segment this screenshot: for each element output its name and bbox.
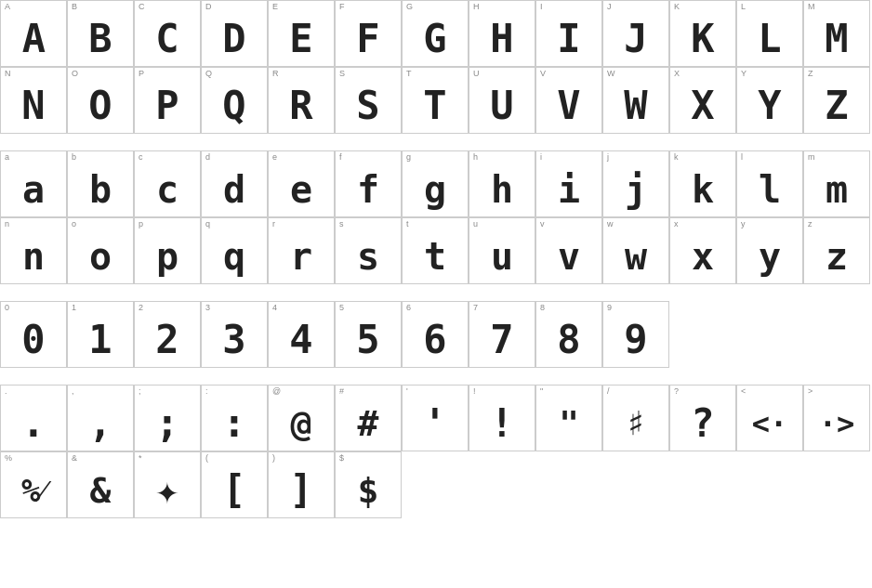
cell-o: oo bbox=[67, 217, 134, 284]
cell-K: KK bbox=[669, 0, 736, 67]
cell-J: JJ bbox=[602, 0, 669, 67]
cell-t: tt bbox=[402, 217, 469, 284]
cell-colon: :: bbox=[201, 385, 268, 451]
uppercase-section: AΑ BΒ CC DD EE FF GG HH II JJ KK LL MM N… bbox=[0, 0, 872, 134]
cell-quote: "" bbox=[535, 385, 602, 451]
cell-hash: ## bbox=[335, 385, 402, 451]
gap-1 bbox=[0, 134, 872, 150]
cell-C: CC bbox=[134, 0, 201, 67]
numbers-section: 00 11 22 33 44 55 66 77 88 99 bbox=[0, 301, 872, 368]
cell-z: zz bbox=[803, 217, 870, 284]
font-preview: AΑ BΒ CC DD EE FF GG HH II JJ KK LL MM N… bbox=[0, 0, 872, 518]
cell-8: 88 bbox=[535, 301, 602, 368]
cell-D: DD bbox=[201, 0, 268, 67]
cell-R: RR bbox=[268, 67, 335, 134]
cell-i: ii bbox=[535, 150, 602, 217]
cell-c: cc bbox=[134, 150, 201, 217]
cell-y: yy bbox=[736, 217, 803, 284]
cell-x: xx bbox=[669, 217, 736, 284]
cell-p: pp bbox=[134, 217, 201, 284]
uppercase-row-2: NN OO PP QQ RR SS TT UU VV WW XX YY ZZ bbox=[0, 67, 872, 134]
cell-P: PP bbox=[134, 67, 201, 134]
cell-L: LL bbox=[736, 0, 803, 67]
cell-u: uu bbox=[469, 217, 535, 284]
cell-ampersand: && bbox=[67, 451, 134, 518]
cell-Q: QQ bbox=[201, 67, 268, 134]
cell-e: ee bbox=[268, 150, 335, 217]
cell-O: OO bbox=[67, 67, 134, 134]
cell-r: rr bbox=[268, 217, 335, 284]
cell-percent: %%⁄ bbox=[0, 451, 67, 518]
cell-I: II bbox=[535, 0, 602, 67]
cell-T: TT bbox=[402, 67, 469, 134]
cell-d: dd bbox=[201, 150, 268, 217]
cell-6: 66 bbox=[402, 301, 469, 368]
punct-row-1: .. ,, ;; :: @@ ## '' !! "" /♯ ?? <<· >·> bbox=[0, 385, 872, 451]
cell-V: VV bbox=[535, 67, 602, 134]
cell-asterisk: *✦ bbox=[134, 451, 201, 518]
punct-row-2: %%⁄ && *✦ ([ )] $$ bbox=[0, 451, 872, 518]
numbers-row-1: 00 11 22 33 44 55 66 77 88 99 bbox=[0, 301, 872, 368]
cell-3: 33 bbox=[201, 301, 268, 368]
cell-4: 44 bbox=[268, 301, 335, 368]
lowercase-row-2: nn oo pp qq rr ss tt uu vv ww xx yy zz bbox=[0, 217, 872, 284]
cell-period: .. bbox=[0, 385, 67, 451]
cell-f: ff bbox=[335, 150, 402, 217]
cell-0: 00 bbox=[0, 301, 67, 368]
cell-l: ll bbox=[736, 150, 803, 217]
cell-open-paren: ([ bbox=[201, 451, 268, 518]
cell-gt: >·> bbox=[803, 385, 870, 451]
lowercase-row-1: aa bb cc dd ee ff gg hh ii jj kk ll mm bbox=[0, 150, 872, 217]
cell-A: AΑ bbox=[0, 0, 67, 67]
cell-comma: ,, bbox=[67, 385, 134, 451]
cell-1: 11 bbox=[67, 301, 134, 368]
cell-M: MM bbox=[803, 0, 870, 67]
cell-2: 22 bbox=[134, 301, 201, 368]
cell-m: mm bbox=[803, 150, 870, 217]
cell-G: GG bbox=[402, 0, 469, 67]
cell-Y: YY bbox=[736, 67, 803, 134]
cell-close-paren: )] bbox=[268, 451, 335, 518]
cell-U: UU bbox=[469, 67, 535, 134]
cell-h: hh bbox=[469, 150, 535, 217]
cell-question: ?? bbox=[669, 385, 736, 451]
cell-lt: <<· bbox=[736, 385, 803, 451]
cell-5: 55 bbox=[335, 301, 402, 368]
punctuation-section: .. ,, ;; :: @@ ## '' !! "" /♯ ?? <<· >·>… bbox=[0, 385, 872, 518]
cell-g: gg bbox=[402, 150, 469, 217]
cell-k: kk bbox=[669, 150, 736, 217]
cell-n: nn bbox=[0, 217, 67, 284]
cell-B: BΒ bbox=[67, 0, 134, 67]
cell-9: 99 bbox=[602, 301, 669, 368]
cell-slash: /♯ bbox=[602, 385, 669, 451]
cell-F: FF bbox=[335, 0, 402, 67]
cell-w: ww bbox=[602, 217, 669, 284]
cell-X: XX bbox=[669, 67, 736, 134]
cell-dollar: $$ bbox=[335, 451, 402, 518]
cell-s: ss bbox=[335, 217, 402, 284]
cell-q: qq bbox=[201, 217, 268, 284]
cell-b: bb bbox=[67, 150, 134, 217]
cell-Z: ZZ bbox=[803, 67, 870, 134]
cell-apostrophe: '' bbox=[402, 385, 469, 451]
cell-7: 77 bbox=[469, 301, 535, 368]
cell-v: vv bbox=[535, 217, 602, 284]
cell-exclaim: !! bbox=[469, 385, 535, 451]
cell-N: NN bbox=[0, 67, 67, 134]
cell-E: EE bbox=[268, 0, 335, 67]
gap-2 bbox=[0, 284, 872, 301]
cell-H: HH bbox=[469, 0, 535, 67]
gap-3 bbox=[0, 368, 872, 385]
cell-a: aa bbox=[0, 150, 67, 217]
cell-semicolon: ;; bbox=[134, 385, 201, 451]
lowercase-section: aa bb cc dd ee ff gg hh ii jj kk ll mm n… bbox=[0, 150, 872, 284]
cell-j: jj bbox=[602, 150, 669, 217]
uppercase-row-1: AΑ BΒ CC DD EE FF GG HH II JJ KK LL MM bbox=[0, 0, 872, 67]
cell-S: SS bbox=[335, 67, 402, 134]
cell-at: @@ bbox=[268, 385, 335, 451]
cell-W: WW bbox=[602, 67, 669, 134]
